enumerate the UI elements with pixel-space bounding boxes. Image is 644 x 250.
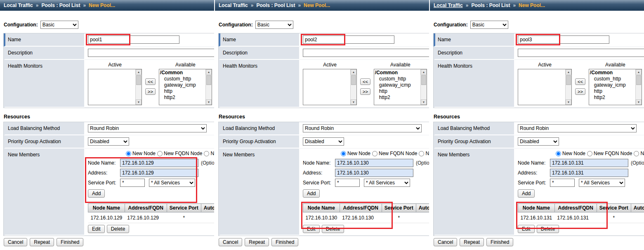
finished-button[interactable]: Finished — [57, 238, 83, 246]
add-member-button[interactable]: Add — [88, 189, 105, 198]
scroll-down-icon[interactable]: ▼ — [136, 99, 142, 105]
node-name-input[interactable] — [120, 159, 198, 167]
address-input[interactable] — [120, 169, 198, 177]
move-to-active-button[interactable]: << — [145, 78, 156, 85]
active-monitors-listbox[interactable]: ▲ ▼ — [88, 69, 142, 105]
cancel-button[interactable]: Cancel — [219, 238, 242, 246]
scrollbar[interactable]: ▲ ▼ — [420, 69, 427, 105]
load-balancing-method-select[interactable]: Round Robin — [303, 124, 422, 132]
configuration-select[interactable]: Basic — [40, 21, 78, 29]
monitor-list-item[interactable]: http — [589, 88, 635, 94]
monitor-list-item[interactable]: gateway_icmp — [589, 82, 635, 88]
scroll-down-icon[interactable]: ▼ — [636, 99, 642, 105]
monitor-partition-item[interactable]: /Common — [589, 70, 635, 76]
available-monitors-listbox[interactable]: /Common custom_http gateway_icmp http ht… — [589, 69, 642, 105]
pool-name-input[interactable] — [303, 35, 394, 44]
service-port-input[interactable] — [120, 179, 145, 187]
monitor-list-item[interactable]: http2 — [589, 94, 635, 101]
available-monitors-listbox[interactable]: /Common custom_http gateway_icmp http ht… — [374, 69, 427, 105]
delete-member-button[interactable]: Delete — [322, 225, 344, 233]
node-name-input[interactable] — [335, 159, 413, 167]
new-fqdn-node-radio[interactable] — [587, 151, 592, 156]
node-list-radio[interactable] — [634, 151, 639, 156]
repeat-button[interactable]: Repeat — [30, 238, 54, 246]
scroll-down-icon[interactable]: ▼ — [566, 99, 571, 105]
scrollbar-thumb[interactable] — [351, 75, 356, 85]
move-to-available-button[interactable]: >> — [360, 88, 370, 95]
scroll-down-icon[interactable]: ▼ — [421, 99, 427, 105]
description-input[interactable] — [303, 49, 429, 57]
monitor-list-item[interactable]: custom_http — [159, 76, 205, 82]
delete-member-button[interactable]: Delete — [107, 225, 130, 233]
edit-member-button[interactable]: Edit — [303, 225, 320, 233]
scroll-up-icon[interactable]: ▲ — [206, 69, 212, 75]
breadcrumb-pools-pool-list[interactable]: Pools : Pool List — [471, 2, 510, 8]
breadcrumb-local-traffic[interactable]: Local Traffic — [4, 2, 33, 8]
scrollbar-thumb[interactable] — [421, 75, 426, 85]
scroll-up-icon[interactable]: ▲ — [566, 69, 571, 75]
scrollbar-thumb[interactable] — [566, 75, 571, 85]
edit-member-button[interactable]: Edit — [88, 225, 105, 233]
active-monitors-listbox[interactable]: ▲ ▼ — [518, 69, 572, 105]
priority-group-activation-select[interactable]: Disabled — [303, 137, 344, 146]
new-node-radio[interactable] — [556, 151, 561, 156]
priority-group-activation-select[interactable]: Disabled — [518, 137, 559, 146]
load-balancing-method-select[interactable]: Round Robin — [88, 124, 207, 132]
new-node-radio[interactable] — [341, 151, 346, 156]
service-port-input[interactable] — [335, 179, 360, 187]
monitor-list-item[interactable]: http2 — [374, 94, 420, 101]
service-port-select[interactable]: * All Services — [364, 179, 410, 187]
scrollbar-thumb[interactable] — [636, 75, 641, 85]
breadcrumb-pools-pool-list[interactable]: Pools : Pool List — [256, 2, 295, 8]
service-port-input[interactable] — [550, 179, 575, 187]
address-input[interactable] — [335, 169, 413, 177]
scrollbar[interactable]: ▲ ▼ — [565, 69, 571, 105]
scrollbar[interactable]: ▲ ▼ — [350, 69, 356, 105]
pool-name-input[interactable] — [518, 35, 609, 44]
monitor-list-item[interactable]: gateway_icmp — [374, 82, 420, 88]
configuration-select[interactable]: Basic — [470, 21, 508, 29]
monitor-list-item[interactable]: custom_http — [374, 76, 420, 82]
scroll-up-icon[interactable]: ▲ — [136, 69, 142, 75]
breadcrumb-local-traffic[interactable]: Local Traffic — [219, 2, 248, 8]
description-input[interactable] — [88, 49, 214, 57]
node-list-radio[interactable] — [419, 151, 424, 156]
scroll-down-icon[interactable]: ▼ — [206, 99, 212, 105]
cancel-button[interactable]: Cancel — [434, 238, 457, 246]
service-port-select[interactable]: * All Services — [149, 179, 195, 187]
configuration-select[interactable]: Basic — [255, 21, 293, 29]
delete-member-button[interactable]: Delete — [537, 225, 559, 233]
move-to-available-button[interactable]: >> — [575, 88, 585, 95]
cancel-button[interactable]: Cancel — [4, 238, 27, 246]
scroll-up-icon[interactable]: ▲ — [636, 69, 642, 75]
monitor-list-item[interactable]: http — [374, 88, 420, 94]
finished-button[interactable]: Finished — [486, 238, 513, 246]
move-to-available-button[interactable]: >> — [145, 88, 156, 95]
priority-group-activation-select[interactable]: Disabled — [88, 137, 129, 146]
add-member-button[interactable]: Add — [518, 189, 535, 198]
scrollbar[interactable]: ▲ ▼ — [635, 69, 642, 105]
available-monitors-listbox[interactable]: /Common custom_http gateway_icmp http ht… — [159, 69, 212, 105]
breadcrumb-local-traffic[interactable]: Local Traffic — [434, 2, 463, 8]
node-list-radio[interactable] — [204, 151, 209, 156]
scrollbar[interactable]: ▲ ▼ — [135, 69, 142, 105]
repeat-button[interactable]: Repeat — [460, 238, 484, 246]
node-name-input[interactable] — [550, 159, 628, 167]
move-to-active-button[interactable]: << — [360, 78, 370, 85]
move-to-active-button[interactable]: << — [575, 78, 585, 85]
monitor-list-item[interactable]: custom_http — [589, 76, 635, 82]
scroll-down-icon[interactable]: ▼ — [351, 99, 356, 105]
repeat-button[interactable]: Repeat — [245, 238, 269, 246]
scrollbar[interactable]: ▲ ▼ — [205, 69, 212, 105]
scrollbar-thumb[interactable] — [136, 75, 141, 85]
monitor-list-item[interactable]: http2 — [159, 94, 205, 101]
pool-name-input[interactable] — [88, 35, 179, 44]
scrollbar-thumb[interactable] — [206, 75, 211, 85]
active-monitors-listbox[interactable]: ▲ ▼ — [303, 69, 357, 105]
new-fqdn-node-radio[interactable] — [372, 151, 377, 156]
monitor-list-item[interactable]: http — [159, 88, 205, 94]
finished-button[interactable]: Finished — [271, 238, 298, 246]
add-member-button[interactable]: Add — [303, 189, 320, 198]
description-input[interactable] — [518, 49, 644, 57]
load-balancing-method-select[interactable]: Round Robin — [518, 124, 637, 132]
